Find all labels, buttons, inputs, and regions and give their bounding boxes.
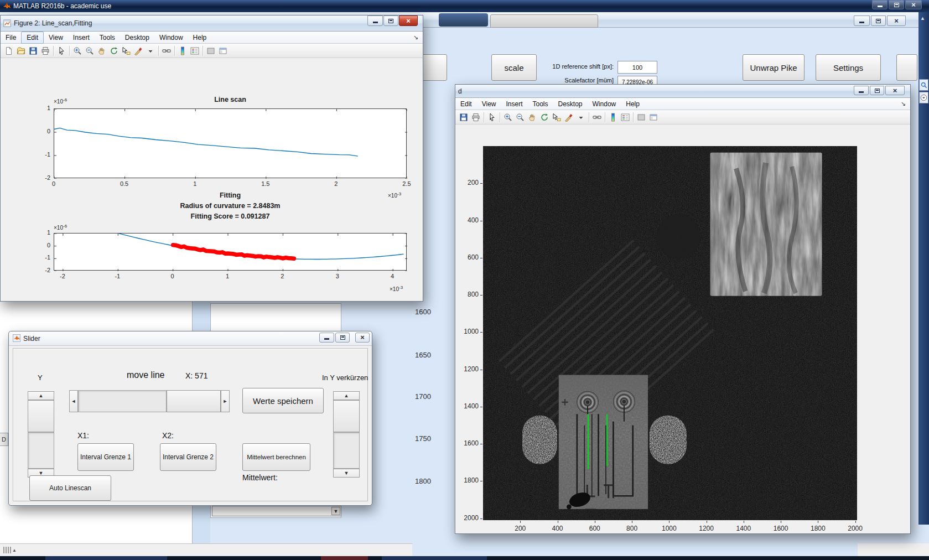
zoom-out-icon[interactable] [514, 112, 526, 123]
data-cursor-icon[interactable] [120, 45, 132, 56]
search-icon[interactable] [919, 79, 928, 91]
link-plots-icon[interactable] [160, 45, 173, 56]
unwrap-pike-button[interactable]: Unwrap Pike [743, 54, 805, 81]
menu-item-view[interactable]: View [477, 98, 501, 110]
show-plot-tools-icon[interactable] [217, 45, 229, 56]
plot2-axes[interactable] [54, 233, 407, 271]
werte-speichern-button[interactable]: Werte speichern [242, 388, 324, 413]
zoom-out-icon[interactable] [84, 45, 96, 56]
pan-hand-icon[interactable] [526, 112, 538, 123]
slider-up-icon[interactable]: ▲ [333, 391, 360, 400]
pan-hand-icon[interactable] [96, 45, 108, 56]
brush-icon[interactable] [132, 45, 144, 56]
rotate-3d-icon[interactable] [538, 112, 551, 123]
slider-up-icon[interactable]: ▲ [28, 391, 54, 400]
insert-colorbar-icon[interactable] [177, 45, 189, 56]
partial-button-right[interactable] [896, 54, 917, 81]
insert-colorbar-icon[interactable] [607, 112, 619, 123]
y-slider[interactable]: ▲ ▼ [28, 391, 54, 478]
menu-item-window[interactable]: Window [588, 98, 621, 110]
fig2-restore-button[interactable] [383, 15, 398, 26]
menu-item-tools[interactable]: Tools [95, 32, 120, 43]
plot1-title: Line scan [54, 96, 407, 103]
menu-overflow-icon[interactable]: ↘ [413, 34, 418, 41]
interval-grenze1-button[interactable]: Interval Grenze 1 [77, 443, 134, 471]
ref-shift-input[interactable]: 100 [617, 61, 657, 74]
zoom-in-icon[interactable] [502, 112, 514, 123]
main-close-button[interactable]: × [905, 0, 922, 9]
menu-item-tools[interactable]: Tools [528, 98, 553, 110]
dropdown-caret-icon[interactable] [575, 112, 587, 123]
dock-tab-d[interactable]: D [0, 433, 8, 446]
figR-restore-button[interactable] [870, 86, 884, 95]
chevron-down-icon[interactable]: ▼ [331, 507, 340, 515]
main-minimize-button[interactable] [872, 0, 888, 9]
gui-restore-button[interactable] [871, 15, 886, 26]
slider-window: Slider × Y move line X: 571 In Y verkürz… [8, 331, 372, 506]
menu-item-help[interactable]: Help [621, 98, 645, 110]
hide-plot-tools-icon[interactable] [205, 45, 217, 56]
slider-close-button[interactable]: × [355, 333, 370, 343]
data-cursor-icon[interactable] [551, 112, 563, 123]
fig2-minimize-button[interactable] [367, 15, 383, 26]
scale-button[interactable]: scale [491, 54, 537, 81]
brush-icon[interactable] [563, 112, 575, 123]
menu-item-desktop[interactable]: Desktop [553, 98, 588, 110]
y-tick-label: -1 [35, 254, 50, 261]
edit-cursor-icon[interactable] [55, 45, 68, 56]
plot1-axes[interactable] [54, 108, 407, 178]
new-document-icon[interactable] [3, 45, 15, 56]
grip-icon[interactable]: ▲ [3, 547, 17, 553]
slider-minimize-button[interactable] [319, 333, 334, 343]
menu-overflow-icon[interactable]: ↘ [901, 100, 906, 107]
auto-linescan-button[interactable]: Auto Linescan [29, 475, 111, 501]
interval-grenze2-button[interactable]: Interval Grenze 2 [160, 443, 216, 471]
circle-down-icon[interactable] [919, 92, 928, 103]
slider-right-icon[interactable]: ► [221, 390, 230, 412]
menu-item-desktop[interactable]: Desktop [120, 32, 154, 43]
x-value-label: X: 571 [185, 371, 207, 380]
hide-plot-tools-icon[interactable] [635, 112, 647, 123]
menu-item-view[interactable]: View [44, 32, 68, 43]
insert-legend-icon[interactable] [619, 112, 631, 123]
collapse-up-icon[interactable]: ▲ [920, 15, 925, 21]
slider-down-icon[interactable]: ▼ [333, 469, 360, 478]
slider-restore-button[interactable] [335, 333, 350, 343]
gui-close-button[interactable]: × [887, 15, 906, 26]
menu-item-window[interactable]: Window [154, 32, 188, 43]
menu-item-help[interactable]: Help [188, 32, 212, 43]
insert-legend-icon[interactable] [189, 45, 201, 56]
menu-item-insert[interactable]: Insert [501, 98, 527, 110]
slider-left-icon[interactable]: ◄ [69, 390, 78, 412]
edit-cursor-icon[interactable] [486, 112, 498, 123]
mittelwert-berechnen-button[interactable]: Mittelwert berechnen [242, 443, 310, 471]
shorten-slider[interactable]: ▲ ▼ [333, 391, 360, 478]
settings-button[interactable]: Settings [816, 54, 881, 81]
rotate-3d-icon[interactable] [108, 45, 120, 56]
menu-item-edit[interactable]: Edit [455, 98, 477, 110]
x-tick-label: 2.5 [396, 180, 418, 187]
y-tick-label: 1000 [459, 328, 479, 335]
main-restore-button[interactable] [889, 0, 904, 9]
save-icon[interactable] [27, 45, 39, 56]
move-line-slider[interactable]: ◄ ► [69, 390, 230, 412]
zoom-in-icon[interactable] [71, 45, 84, 56]
figR-close-button[interactable]: × [885, 86, 905, 95]
menu-item-insert[interactable]: Insert [68, 32, 95, 43]
open-folder-icon[interactable] [15, 45, 27, 56]
fig2-close-button[interactable]: × [399, 15, 418, 26]
link-plots-icon[interactable] [591, 112, 603, 123]
windows-taskbar[interactable] [0, 556, 929, 560]
gui-minimize-button[interactable] [854, 15, 870, 26]
menu-item-edit[interactable]: Edit [21, 32, 44, 44]
save-icon[interactable] [458, 112, 470, 123]
print-icon[interactable] [39, 45, 51, 56]
interferogram-image[interactable] [483, 146, 857, 520]
show-plot-tools-icon[interactable] [647, 112, 660, 123]
background-dropdown[interactable]: ▼ [212, 506, 341, 516]
figR-minimize-button[interactable] [854, 86, 869, 95]
dropdown-caret-icon[interactable] [144, 45, 157, 56]
print-icon[interactable] [470, 112, 482, 123]
menu-item-file[interactable]: File [1, 32, 21, 43]
y-tick-label: 800 [459, 291, 479, 298]
